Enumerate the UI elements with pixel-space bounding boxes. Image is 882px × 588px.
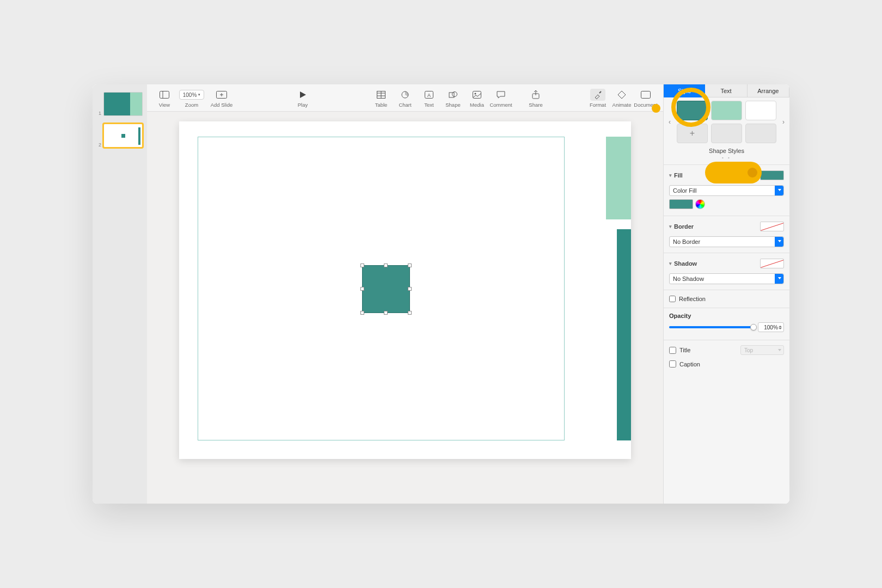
fill-type-dropdown[interactable]: Color Fill bbox=[669, 185, 784, 196]
app-window: 1 2 View 100%▾ Zoom bbox=[93, 84, 789, 504]
chart-button[interactable]: Chart bbox=[393, 89, 417, 108]
preset-prev-button[interactable]: ‹ bbox=[666, 118, 673, 126]
style-presets-row: ‹ + › bbox=[664, 97, 789, 146]
shape-preset-empty-2[interactable] bbox=[745, 124, 776, 143]
stepper-up-icon[interactable] bbox=[779, 326, 782, 327]
diamond-icon bbox=[617, 89, 626, 101]
slide-number-1: 1 bbox=[97, 111, 101, 116]
text-icon: A bbox=[425, 89, 433, 101]
fill-type-value: Color Fill bbox=[673, 187, 696, 194]
resize-handle-tr[interactable] bbox=[408, 264, 412, 267]
table-icon bbox=[377, 89, 385, 101]
shadow-label: Shadow bbox=[674, 260, 697, 267]
title-label: Title bbox=[679, 347, 690, 353]
shape-button[interactable]: Shape bbox=[441, 89, 465, 108]
fill-swatch-preview[interactable] bbox=[760, 170, 784, 180]
svg-point-14 bbox=[452, 92, 457, 97]
format-button[interactable]: Format bbox=[586, 89, 610, 108]
shape-preset-white[interactable] bbox=[745, 101, 776, 120]
caption-checkbox[interactable] bbox=[669, 360, 676, 367]
reflection-label: Reflection bbox=[679, 296, 706, 302]
comment-button[interactable]: Comment bbox=[489, 89, 513, 108]
shape-preset-empty-1[interactable] bbox=[711, 124, 742, 143]
shadow-section-header[interactable]: ▾ Shadow bbox=[664, 255, 789, 272]
svg-rect-13 bbox=[449, 93, 454, 97]
callout-pill-icon bbox=[705, 162, 762, 183]
decorative-mint-block[interactable] bbox=[606, 137, 631, 219]
title-position-dropdown: Top bbox=[740, 345, 784, 355]
play-button[interactable]: Play bbox=[291, 89, 315, 108]
inspector-panel: Style Text Arrange ‹ + › Shape Styles bbox=[663, 84, 789, 504]
text-button[interactable]: A Text bbox=[417, 89, 441, 108]
svg-text:A: A bbox=[427, 93, 431, 98]
shape-styles-label: Shape Styles bbox=[664, 146, 789, 155]
zoom-button[interactable]: 100%▾ Zoom bbox=[176, 89, 207, 108]
opacity-value: 100% bbox=[764, 324, 778, 330]
resize-handle-tm[interactable] bbox=[384, 264, 388, 267]
shape-preset-add[interactable]: + bbox=[677, 124, 708, 143]
opacity-slider[interactable] bbox=[669, 326, 754, 328]
media-button[interactable]: Media bbox=[465, 89, 489, 108]
add-slide-button[interactable]: Add Slide bbox=[207, 89, 236, 108]
shape-icon bbox=[449, 89, 457, 101]
caption-label: Caption bbox=[679, 361, 700, 367]
fill-color-swatch[interactable] bbox=[669, 199, 693, 209]
shadow-type-value: No Shadow bbox=[673, 275, 704, 282]
border-type-value: No Border bbox=[673, 238, 700, 245]
animate-button[interactable]: Animate bbox=[610, 89, 634, 108]
shape-preset-teal[interactable] bbox=[677, 101, 708, 120]
svg-marker-5 bbox=[300, 91, 306, 98]
decorative-teal-block[interactable] bbox=[617, 229, 631, 440]
slide-thumb-row-1: 1 bbox=[97, 92, 143, 116]
border-label: Border bbox=[674, 223, 694, 230]
canvas-area[interactable] bbox=[147, 112, 663, 504]
opacity-slider-thumb[interactable] bbox=[750, 324, 757, 330]
chart-icon bbox=[401, 89, 409, 101]
resize-handle-ml[interactable] bbox=[360, 287, 364, 291]
chevron-down-icon: ▾ bbox=[669, 173, 672, 178]
comment-icon bbox=[497, 89, 505, 101]
share-button[interactable]: Share bbox=[524, 89, 548, 108]
border-swatch-none[interactable] bbox=[760, 222, 784, 231]
media-icon bbox=[473, 89, 481, 101]
shadow-swatch-none[interactable] bbox=[760, 259, 784, 268]
document-icon bbox=[641, 89, 651, 101]
resize-handle-br[interactable] bbox=[408, 311, 412, 315]
shadow-type-dropdown[interactable]: No Shadow bbox=[669, 273, 784, 284]
resize-handle-bm[interactable] bbox=[384, 311, 388, 315]
main-column: View 100%▾ Zoom Add Slide Play bbox=[147, 84, 663, 504]
svg-rect-21 bbox=[641, 91, 651, 99]
opacity-slider-fill bbox=[669, 326, 754, 328]
shape-preset-mint[interactable] bbox=[711, 101, 742, 120]
resize-handle-mr[interactable] bbox=[408, 287, 412, 291]
paintbrush-icon bbox=[590, 89, 605, 101]
slide-thumbnail-1[interactable] bbox=[103, 92, 143, 116]
slide-canvas[interactable] bbox=[179, 121, 631, 459]
svg-marker-20 bbox=[618, 91, 626, 99]
border-type-dropdown[interactable]: No Border bbox=[669, 236, 784, 247]
resize-handle-tl[interactable] bbox=[360, 264, 364, 267]
selected-square-shape[interactable] bbox=[362, 265, 410, 313]
fill-label: Fill bbox=[674, 172, 683, 179]
resize-handle-bl[interactable] bbox=[360, 311, 364, 315]
opacity-value-field[interactable]: 100% bbox=[758, 322, 784, 332]
title-checkbox[interactable] bbox=[669, 347, 676, 354]
slide-thumbnail-2[interactable] bbox=[103, 124, 143, 148]
slide-number-2: 2 bbox=[97, 142, 101, 148]
color-wheel-icon[interactable] bbox=[695, 199, 705, 209]
tab-style[interactable]: Style bbox=[664, 84, 705, 97]
zoom-value: 100% bbox=[183, 92, 197, 98]
preset-next-button[interactable]: › bbox=[780, 118, 787, 126]
play-icon bbox=[299, 89, 307, 101]
tab-arrange[interactable]: Arrange bbox=[748, 84, 789, 97]
reflection-checkbox[interactable] bbox=[669, 296, 676, 302]
tab-text[interactable]: Text bbox=[705, 84, 747, 97]
chevron-down-icon: ▾ bbox=[669, 224, 672, 229]
zoom-value-box: 100%▾ bbox=[179, 89, 205, 101]
stepper-down-icon[interactable] bbox=[779, 328, 782, 329]
border-section-header[interactable]: ▾ Border bbox=[664, 218, 789, 235]
table-button[interactable]: Table bbox=[369, 89, 393, 108]
opacity-section: Opacity 100% bbox=[664, 310, 789, 338]
plus-slide-icon bbox=[216, 89, 227, 101]
view-button[interactable]: View bbox=[152, 89, 176, 108]
